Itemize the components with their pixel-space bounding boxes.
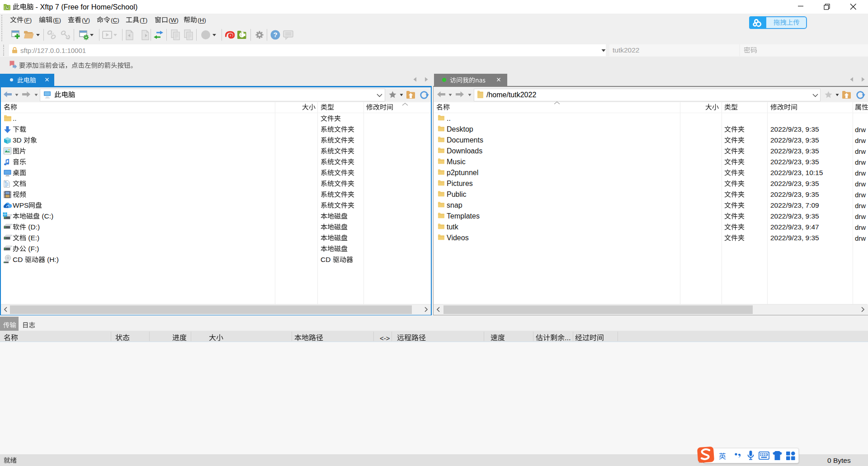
svg-text:?: ? bbox=[273, 31, 277, 38]
